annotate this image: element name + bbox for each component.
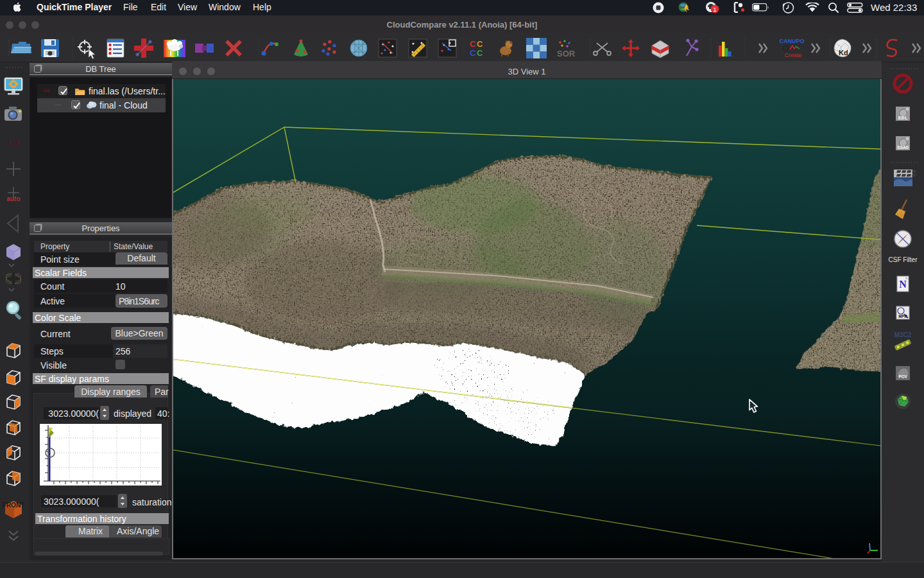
svg-text:EDL: EDL <box>898 115 908 121</box>
svg-text:1: 1 <box>713 6 716 13</box>
svg-text:C: C <box>470 39 476 49</box>
svg-text:FRONT: FRONT <box>3 502 24 509</box>
svg-text:C: C <box>477 39 483 49</box>
svg-text:C: C <box>477 48 483 58</box>
svg-text:CANUPO: CANUPO <box>779 38 804 44</box>
svg-text:auto: auto <box>6 195 20 202</box>
svg-text:M3C2: M3C2 <box>894 331 912 338</box>
svg-text:C: C <box>470 48 476 58</box>
svg-text:CSF Filter: CSF Filter <box>889 256 918 263</box>
svg-text:1:1: 1:1 <box>7 137 20 147</box>
svg-text:SOR: SOR <box>557 49 576 58</box>
svg-text:PCV: PCV <box>898 374 907 380</box>
svg-text:HPR: HPR <box>898 314 907 319</box>
svg-text:N: N <box>899 279 907 290</box>
svg-text:Create: Create <box>784 52 801 58</box>
svg-text:Kd: Kd <box>839 49 848 57</box>
svg-text:SSAO: SSAO <box>897 145 909 150</box>
